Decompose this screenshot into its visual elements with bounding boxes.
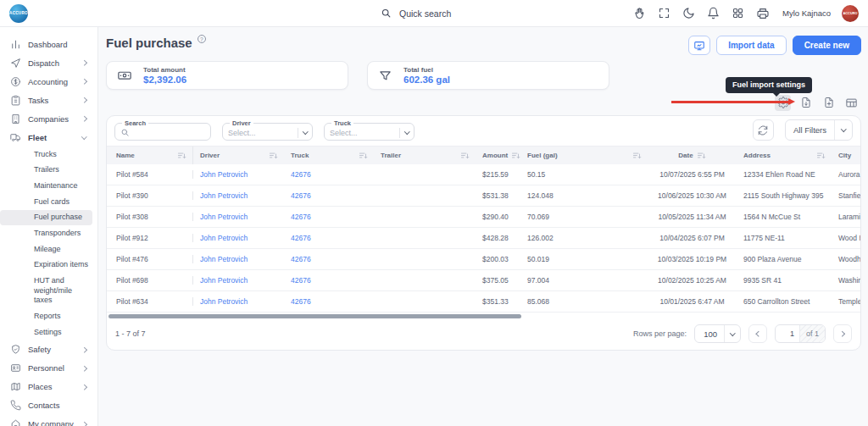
sidebar-item-dispatch[interactable]: Dispatch <box>0 53 92 72</box>
hand-icon[interactable] <box>633 7 647 20</box>
chevron-down-icon <box>841 126 846 131</box>
import-data-button[interactable]: Import data <box>716 36 786 55</box>
scrollbar-thumb[interactable] <box>108 314 521 319</box>
horizontal-scrollbar[interactable] <box>107 313 860 320</box>
column-header-date[interactable]: Date <box>648 147 737 164</box>
driver-link[interactable]: John Petrovich <box>193 234 284 242</box>
sidebar-item-fuel-purchase[interactable]: Fuel purchase <box>0 210 92 226</box>
sidebar-item-safety[interactable]: Safety <box>0 340 92 359</box>
pagination-range: 1 - 7 of 7 <box>115 329 146 338</box>
sort-icon <box>177 151 186 160</box>
cell-amount: $351.33 <box>476 297 520 306</box>
truck-link[interactable]: 42676 <box>284 213 374 221</box>
truck-link[interactable]: 42676 <box>284 276 374 285</box>
sidebar-item-label: Contacts <box>28 401 60 410</box>
monitor-chart-button[interactable] <box>688 36 710 55</box>
sidebar-item-mileage[interactable]: Mileage <box>0 241 92 257</box>
truck-link[interactable]: 42676 <box>284 170 374 179</box>
apps-grid-icon[interactable] <box>732 7 745 20</box>
sidebar-item-tasks[interactable]: Tasks <box>0 91 92 109</box>
column-header-trailer[interactable]: Trailer <box>374 147 476 164</box>
sidebar-item-transponders[interactable]: Transponders <box>0 225 92 241</box>
sidebar-item-reports[interactable]: Reports <box>0 309 92 325</box>
driver-link[interactable]: John Petrovich <box>193 255 284 263</box>
column-header-fuel[interactable]: Fuel (gal) <box>520 147 648 164</box>
total-amount-label: Total amount <box>143 66 186 74</box>
current-page-input[interactable]: 1 <box>776 329 799 338</box>
column-header-truck[interactable]: Truck <box>284 147 374 164</box>
sidebar-item-label: Safety <box>28 345 51 354</box>
rows-per-page-select[interactable]: 100 <box>694 324 741 343</box>
sidebar-item-fleet[interactable]: Fleet <box>0 128 92 147</box>
truck-link[interactable]: 42676 <box>284 191 374 200</box>
sidebar-item-maintenance[interactable]: Maintenance <box>0 178 92 194</box>
refresh-button[interactable] <box>753 119 774 141</box>
column-header-driver[interactable]: Driver <box>193 147 284 164</box>
truck-select[interactable]: Truck Select... <box>324 119 415 141</box>
column-header-address[interactable]: Address <box>737 147 832 164</box>
table-row[interactable]: Pilot #912 John Petrovich 42676 $428.28 … <box>107 228 860 249</box>
next-page-button[interactable] <box>833 324 852 343</box>
column-header-name[interactable]: Name <box>107 147 193 164</box>
sidebar-item-dashboard[interactable]: Dashboard <box>0 35 92 53</box>
truck-link[interactable]: 42676 <box>284 234 374 242</box>
previous-page-button[interactable] <box>748 324 767 343</box>
total-fuel-label: Total fuel <box>403 66 450 74</box>
cell-date: 10/04/2025 6:07 PM <box>648 234 737 242</box>
moon-icon[interactable] <box>682 7 696 20</box>
cell-city: Stanfield <box>832 191 860 200</box>
quick-search[interactable]: Quick search <box>379 7 489 20</box>
driver-link[interactable]: John Petrovich <box>193 191 284 200</box>
sidebar-item-settings[interactable]: Settings <box>0 324 92 340</box>
file-export-icon[interactable] <box>798 95 814 111</box>
chevron-right-icon <box>81 60 86 65</box>
cell-address: 9935 SR 41 <box>737 276 832 285</box>
search-field[interactable]: Search <box>114 119 211 141</box>
all-filters-dropdown[interactable]: All Filters <box>785 119 853 141</box>
driver-link[interactable]: John Petrovich <box>193 297 284 306</box>
sort-icon <box>460 151 470 160</box>
sidebar-item-hut-taxes[interactable]: HUT and weight/mile taxes <box>0 274 92 309</box>
table-columns-icon[interactable] <box>843 95 860 111</box>
sort-icon <box>697 151 706 160</box>
driver-link[interactable]: John Petrovich <box>193 276 284 285</box>
bell-icon[interactable] <box>707 7 721 20</box>
sidebar-item-places[interactable]: Places <box>0 378 92 396</box>
table-row[interactable]: Pilot #476 John Petrovich 42676 $200.03 … <box>107 249 860 270</box>
sidebar-item-accounting[interactable]: Accounting <box>0 72 92 91</box>
driver-select[interactable]: Driver Select... <box>222 119 313 141</box>
accounting-icon <box>10 76 21 87</box>
table-row[interactable]: Pilot #698 John Petrovich 42676 $375.05 … <box>107 270 860 291</box>
sidebar-item-trailers[interactable]: Trailers <box>0 163 92 179</box>
app-logo[interactable]: ACCURO <box>9 4 28 23</box>
table-row[interactable]: Pilot #390 John Petrovich 42676 $531.38 … <box>107 185 860 207</box>
table-row[interactable]: Pilot #584 John Petrovich 42676 $215.59 … <box>107 164 860 185</box>
sidebar-item-contacts[interactable]: Contacts <box>0 396 92 415</box>
sidebar-item-trucks[interactable]: Trucks <box>0 147 92 163</box>
driver-link[interactable]: John Petrovich <box>193 170 284 179</box>
sidebar-item-companies[interactable]: Companies <box>0 109 92 128</box>
column-header-amount[interactable]: Amount <box>476 147 520 164</box>
rows-per-page-value: 100 <box>695 329 724 339</box>
print-icon[interactable] <box>756 7 770 20</box>
user-avatar[interactable]: ACCURO <box>842 5 859 22</box>
search-input[interactable] <box>130 129 198 137</box>
truck-link[interactable]: 42676 <box>284 297 374 306</box>
table-row[interactable]: Pilot #634 John Petrovich 42676 $351.33 … <box>107 291 860 313</box>
sidebar-item-personnel[interactable]: Personnel <box>0 359 92 378</box>
cell-date: 10/06/2025 10:30 AM <box>648 191 737 200</box>
user-name[interactable]: Mylo Kajnaco <box>782 8 831 18</box>
sidebar-item-expiration-items[interactable]: Expiration items <box>0 257 92 274</box>
help-icon[interactable] <box>198 35 206 43</box>
create-new-button[interactable]: Create new <box>793 36 861 55</box>
sidebar-item-fuel-cards[interactable]: Fuel cards <box>0 194 92 210</box>
table-row[interactable]: Pilot #308 John Petrovich 42676 $290.40 … <box>107 207 860 228</box>
driver-link[interactable]: John Petrovich <box>193 213 284 221</box>
column-header-city[interactable]: City <box>832 147 860 164</box>
sidebar-item-my-company[interactable]: My company <box>0 415 92 426</box>
cell-name: Pilot #912 <box>107 234 193 242</box>
fullscreen-icon[interactable] <box>658 7 671 20</box>
file-import-icon[interactable] <box>821 95 837 111</box>
truck-link[interactable]: 42676 <box>284 255 374 263</box>
sort-icon <box>632 151 642 160</box>
